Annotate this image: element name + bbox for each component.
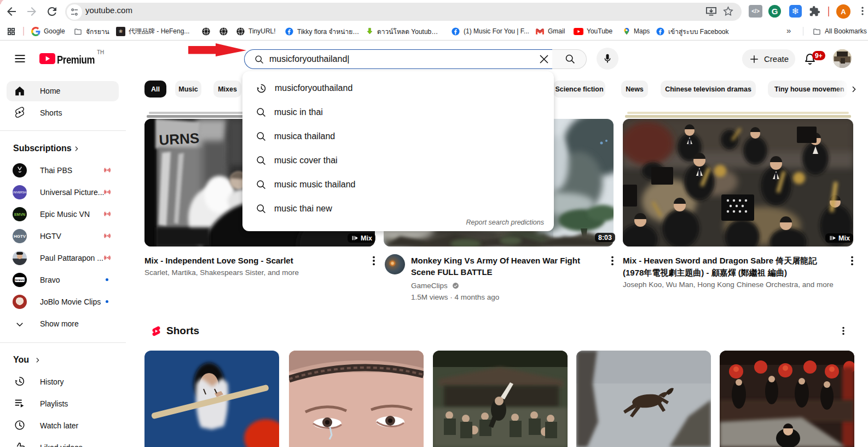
svg-text:URNS: URNS bbox=[159, 130, 200, 148]
